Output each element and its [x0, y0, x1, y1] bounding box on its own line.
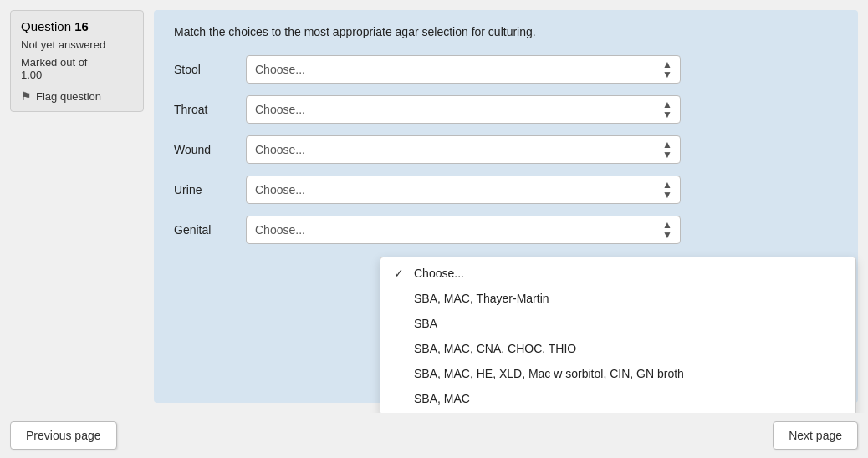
- next-page-button[interactable]: Next page: [773, 421, 858, 450]
- dropdown-item-label-1: SBA, MAC, Thayer-Martin: [414, 292, 549, 305]
- content-area: Match the choices to the most appropriat…: [154, 10, 858, 403]
- checkmark-0: ✓: [394, 267, 407, 280]
- match-row-genital: Genital Choose... SBA, MAC, Thayer-Marti…: [174, 216, 838, 244]
- question-prompt: Match the choices to the most appropriat…: [174, 25, 838, 38]
- dropdown-item-label-0: Choose...: [414, 267, 464, 280]
- label-throat: Throat: [174, 103, 232, 116]
- marked-out-label: Marked out of 1.00: [21, 56, 133, 81]
- select-wrapper-throat: Choose... SBA, MAC, Thayer-Martin SBA SB…: [246, 95, 681, 124]
- question-number-value: 16: [74, 19, 89, 33]
- select-throat[interactable]: Choose... SBA, MAC, Thayer-Martin SBA SB…: [246, 95, 681, 124]
- label-genital: Genital: [174, 223, 232, 237]
- dropdown-item-3[interactable]: SBA, MAC, CNA, CHOC, THIO: [380, 336, 855, 361]
- previous-page-button[interactable]: Previous page: [10, 421, 117, 450]
- question-info-box: Question 16 Not yet answered Marked out …: [10, 10, 144, 112]
- match-row-throat: Throat Choose... SBA, MAC, Thayer-Martin…: [174, 95, 838, 124]
- dropdown-item-label-3: SBA, MAC, CNA, CHOC, THIO: [414, 342, 576, 355]
- select-wrapper-genital: Choose... SBA, MAC, Thayer-Martin SBA SB…: [246, 216, 681, 244]
- match-row-stool: Stool Choose... SBA, MAC, Thayer-Martin …: [174, 55, 838, 84]
- dropdown-item-5[interactable]: SBA, MAC: [380, 386, 855, 411]
- dropdown-item-label-2: SBA: [414, 317, 437, 330]
- select-genital[interactable]: Choose... SBA, MAC, Thayer-Martin SBA SB…: [246, 216, 681, 244]
- select-wrapper-urine: Choose... SBA, MAC, Thayer-Martin SBA SB…: [246, 176, 681, 204]
- dropdown-overlay: ✓ Choose... SBA, MAC, Thayer-Martin SBA …: [380, 257, 856, 413]
- question-status: Not yet answered: [21, 38, 133, 51]
- sidebar: Question 16 Not yet answered Marked out …: [10, 10, 144, 403]
- marked-label-text: Marked out of: [21, 56, 88, 69]
- select-wrapper-wound: Choose... SBA, MAC, Thayer-Martin SBA SB…: [246, 135, 681, 164]
- label-urine: Urine: [174, 183, 232, 196]
- select-wrapper-stool: Choose... SBA, MAC, Thayer-Martin SBA SB…: [246, 55, 681, 84]
- bottom-navigation: Previous page Next page: [0, 413, 868, 458]
- dropdown-item-2[interactable]: SBA: [380, 311, 855, 336]
- dropdown-item-label-4: SBA, MAC, HE, XLD, Mac w sorbitol, CIN, …: [414, 367, 684, 380]
- dropdown-item-0[interactable]: ✓ Choose...: [380, 261, 855, 286]
- dropdown-item-label-5: SBA, MAC: [414, 392, 470, 405]
- label-stool: Stool: [174, 63, 232, 76]
- dropdown-item-1[interactable]: SBA, MAC, Thayer-Martin: [380, 286, 855, 311]
- question-number: Question 16: [21, 19, 133, 33]
- select-stool[interactable]: Choose... SBA, MAC, Thayer-Martin SBA SB…: [246, 55, 681, 84]
- select-urine[interactable]: Choose... SBA, MAC, Thayer-Martin SBA SB…: [246, 176, 681, 204]
- match-row-urine: Urine Choose... SBA, MAC, Thayer-Martin …: [174, 176, 838, 204]
- dropdown-item-4[interactable]: SBA, MAC, HE, XLD, Mac w sorbitol, CIN, …: [380, 361, 855, 386]
- match-row-wound: Wound Choose... SBA, MAC, Thayer-Martin …: [174, 135, 838, 164]
- flag-icon: ⚑: [21, 89, 32, 103]
- marked-value: 1.00: [21, 69, 42, 81]
- flag-label: Flag question: [36, 90, 101, 103]
- flag-question-button[interactable]: ⚑ Flag question: [21, 89, 133, 103]
- select-wound[interactable]: Choose... SBA, MAC, Thayer-Martin SBA SB…: [246, 135, 681, 164]
- label-wound: Wound: [174, 143, 232, 156]
- question-label: Question: [21, 19, 71, 33]
